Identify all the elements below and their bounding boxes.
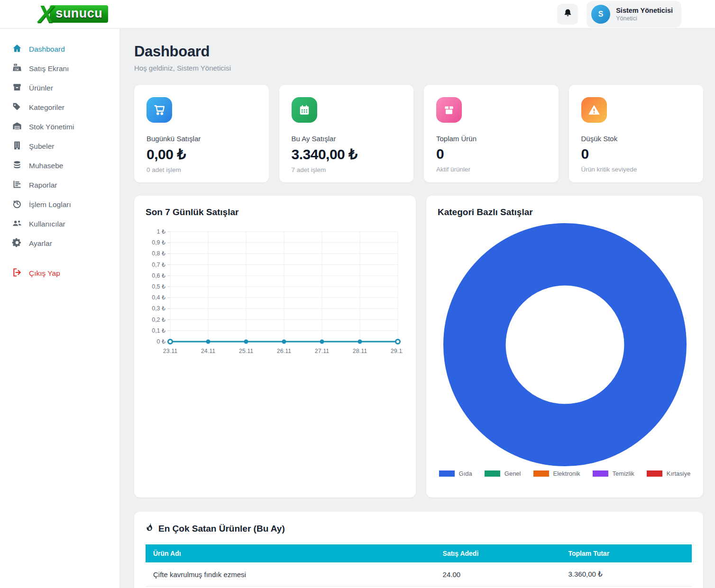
sidebar-item-label: Raporlar <box>29 181 57 190</box>
sidebar-item-dashboard[interactable]: Dashboard <box>0 39 119 59</box>
table-cell: 3.360,00 ₺ <box>561 562 692 587</box>
svg-text:24.11: 24.11 <box>201 348 215 354</box>
stat-label: Düşük Stok <box>581 135 691 143</box>
logo-text: sunucu <box>50 5 108 23</box>
col-total-amount: Toplam Tutar <box>561 544 692 562</box>
svg-text:26.11: 26.11 <box>277 348 291 354</box>
sidebar-item-satis-ekrani[interactable]: Satış Ekranı <box>0 59 119 78</box>
donut-chart-title: Kategori Bazlı Satışlar <box>438 207 692 217</box>
fire-icon <box>146 523 154 534</box>
svg-text:0,9 ₺: 0,9 ₺ <box>152 239 165 246</box>
user-role: Yönetici <box>616 15 673 22</box>
chart-bar-icon <box>12 180 22 191</box>
stat-sub: 0 adet işlem <box>147 166 257 173</box>
legend-item[interactable]: Elektronik <box>533 470 580 477</box>
sidebar-item-islem-loglari[interactable]: İşlem Logları <box>0 195 119 214</box>
legend-item[interactable]: Temizlik <box>593 470 634 477</box>
stat-value: 0 <box>581 146 691 162</box>
sidebar-item-kategoriler[interactable]: Kategoriler <box>0 98 119 117</box>
sidebar-item-label: Muhasebe <box>29 162 63 170</box>
package-icon <box>436 97 462 123</box>
sidebar-item-label: Kategoriler <box>29 103 64 112</box>
legend-item[interactable]: Gıda <box>439 470 472 477</box>
sidebar-item-kullanicilar[interactable]: Kullanıcılar <box>0 214 119 234</box>
avatar: S <box>591 5 610 24</box>
svg-text:28.11: 28.11 <box>353 348 367 354</box>
svg-text:0,6 ₺: 0,6 ₺ <box>152 272 165 279</box>
col-product-name: Ürün Adı <box>146 544 435 562</box>
legend-label: Temizlik <box>613 470 634 477</box>
users-icon <box>12 218 22 230</box>
home-icon <box>12 44 22 55</box>
sidebar-item-label: Satış Ekranı <box>29 64 69 73</box>
sidebar-item-logout[interactable]: Çıkış Yap <box>0 263 119 283</box>
sidebar-item-muhasebe[interactable]: Muhasebe <box>0 156 119 175</box>
coins-icon <box>12 160 22 172</box>
app-logo[interactable]: X sunucu <box>38 2 108 26</box>
legend-label: Gıda <box>459 470 472 477</box>
stat-card-month-sales: Bu Ay Satışlar 3.340,00 ₺ 7 adet işlem <box>279 85 414 182</box>
cart-icon <box>147 97 172 123</box>
svg-text:27.11: 27.11 <box>315 348 329 354</box>
svg-text:0,4 ₺: 0,4 ₺ <box>152 294 165 301</box>
legend-label: Genel <box>504 470 521 477</box>
legend-swatch <box>593 470 608 477</box>
page-title: Dashboard <box>134 43 703 60</box>
svg-text:25.11: 25.11 <box>239 348 253 354</box>
tags-icon <box>12 102 22 113</box>
table-row: Çifte kavrulmuş fındık ezmesi24.003.360,… <box>146 562 692 587</box>
stat-value: 3.340,00 ₺ <box>292 146 402 163</box>
stat-label: Bu Ay Satışlar <box>292 135 402 143</box>
stat-sub: Aktif ürünler <box>436 166 546 173</box>
sidebar-item-stok-yonetimi[interactable]: Stok Yönetimi <box>0 117 119 136</box>
sidebar-item-subeler[interactable]: Şubeler <box>0 136 119 156</box>
building-icon <box>12 141 22 152</box>
sidebar-item-label: Çıkış Yap <box>29 269 60 278</box>
svg-text:0,7 ₺: 0,7 ₺ <box>152 262 165 268</box>
legend-swatch <box>647 470 662 477</box>
line-chart-title: Son 7 Günlük Satışlar <box>146 207 404 217</box>
legend-item[interactable]: Kırtasiye <box>647 470 691 477</box>
svg-text:0 ₺: 0 ₺ <box>157 338 165 345</box>
box-icon <box>12 82 22 94</box>
col-sales-count: Satış Adedi <box>435 544 561 562</box>
charts-row: Son 7 Günlük Satışlar 1 ₺0,9 ₺0,8 ₺0,7 ₺… <box>134 196 703 498</box>
sidebar-item-label: Ayarlar <box>29 239 52 248</box>
main-content: Dashboard Hoş geldiniz, Sistem Yöneticis… <box>120 29 715 588</box>
notifications-button[interactable] <box>557 4 578 25</box>
warning-icon <box>581 97 607 123</box>
sidebar-item-label: Ürünler <box>29 84 53 92</box>
logout-icon <box>12 268 22 279</box>
stat-label: Toplam Ürün <box>436 135 546 143</box>
sidebar-item-urunler[interactable]: Ürünler <box>0 78 119 98</box>
table-cell: Çifte kavrulmuş fındık ezmesi <box>146 562 435 587</box>
svg-text:0,3 ₺: 0,3 ₺ <box>152 305 165 312</box>
sidebar-item-label: Şubeler <box>29 142 54 151</box>
svg-text:23.11: 23.11 <box>163 348 177 354</box>
sidebar-item-label: İşlem Logları <box>29 200 71 209</box>
page-subtitle: Hoş geldiniz, Sistem Yöneticisi <box>134 64 703 72</box>
donut-chart <box>443 223 687 466</box>
cash-register-icon <box>12 63 22 74</box>
stats-row: Bugünkü Satışlar 0,00 ₺ 0 adet işlem Bu … <box>134 85 703 182</box>
sidebar: Dashboard Satış Ekranı Ürünler Kategoril… <box>0 29 120 588</box>
sidebar-item-label: Stok Yönetimi <box>29 123 74 131</box>
sidebar-item-ayarlar[interactable]: Ayarlar <box>0 234 119 253</box>
sidebar-item-raporlar[interactable]: Raporlar <box>0 175 119 195</box>
legend-label: Kırtasiye <box>667 470 691 477</box>
legend-swatch <box>485 470 500 477</box>
svg-text:0,8 ₺: 0,8 ₺ <box>152 250 165 257</box>
top-products-title: En Çok Satan Ürünler (Bu Ay) <box>146 523 692 534</box>
svg-text:1 ₺: 1 ₺ <box>157 228 165 235</box>
line-chart: 1 ₺0,9 ₺0,8 ₺0,7 ₺0,6 ₺0,5 ₺0,4 ₺0,3 ₺0,… <box>146 226 403 361</box>
stat-sub: Ürün kritik seviyede <box>581 166 691 173</box>
legend-swatch <box>533 470 549 477</box>
legend-label: Elektronik <box>553 470 580 477</box>
user-menu[interactable]: S Sistem Yöneticisi Yönetici <box>587 1 681 27</box>
gear-icon <box>12 238 22 249</box>
calendar-icon <box>292 97 317 123</box>
top-header: X sunucu S Sistem Yöneticisi Yönetici <box>0 0 715 28</box>
stat-card-total-products: Toplam Ürün 0 Aktif ürünler <box>424 85 559 182</box>
top-products-table: Ürün Adı Satış Adedi Toplam Tutar Çifte … <box>146 544 692 587</box>
legend-item[interactable]: Genel <box>485 470 521 477</box>
